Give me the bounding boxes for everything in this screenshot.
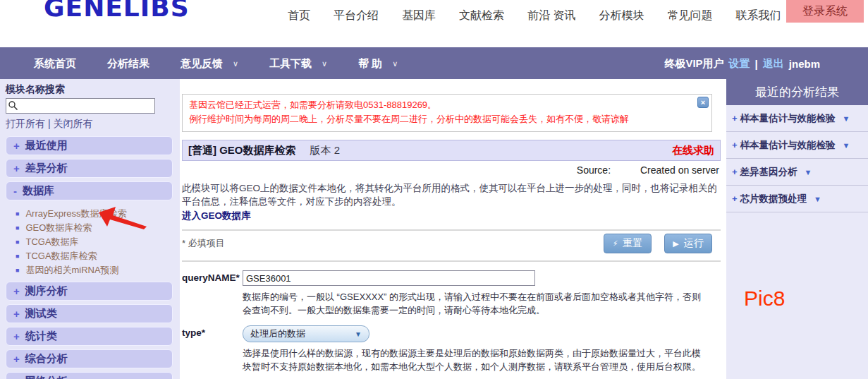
main-navbar: 系统首页 分析结果 意见反馈 ∨ 工具下载 ∨ 帮 助 ∨ 终极VIP用户 设置… xyxy=(0,47,868,79)
queryname-label: queryNAME* xyxy=(182,270,243,317)
source-value: Created on server xyxy=(640,164,719,176)
run-button[interactable]: ▶ 运行 xyxy=(664,234,712,253)
submenu-geo-search[interactable]: ■ GEO数据库检索 xyxy=(16,221,174,235)
main-content: 基因云馆已经正式运营，如需要分析请致电0531-88819269。 例行维护时间… xyxy=(182,79,721,379)
chevron-down-icon: ∨ xyxy=(322,59,327,68)
submenu-mirna-prediction[interactable]: ■ 基因的相关miRNA预测 xyxy=(16,263,174,277)
type-field-row: type* 处理后的数据 ▼ 选择是使用什么样的数据源，现有的数据源主要是处理后… xyxy=(182,325,721,373)
nav-faq[interactable]: 常见问题 xyxy=(667,8,712,23)
online-help-link[interactable]: 在线求助 xyxy=(672,144,714,157)
open-all-link[interactable]: 打开所有 xyxy=(6,118,45,129)
plus-icon: + xyxy=(732,193,738,204)
plus-icon: + xyxy=(732,113,738,124)
sidebar-section-comprehensive[interactable]: + 综合分析 xyxy=(6,349,173,368)
type-label: type* xyxy=(182,325,243,373)
recent-results-panel: 最近的分析结果 + 样本量估计与效能检验 ▼ + 样本量估计与效能检验 ▼ + … xyxy=(726,79,868,379)
minus-icon: - xyxy=(13,185,17,197)
navbar-item-feedback[interactable]: 意见反馈 ∨ xyxy=(181,57,238,71)
result-item[interactable]: + 芯片数据预处理 ▼ xyxy=(726,186,868,212)
type-select[interactable]: 处理后的数据 ▼ xyxy=(243,325,369,342)
dropdown-arrow-icon: ▼ xyxy=(843,114,850,123)
source-label: Source: xyxy=(577,164,611,176)
queryname-input[interactable] xyxy=(243,270,535,286)
close-all-link[interactable]: 关闭所有 xyxy=(53,118,92,129)
user-type-label: 终极VIP用户 xyxy=(664,57,723,71)
sidebar-section-sequencing[interactable]: + 测序分析 xyxy=(6,282,173,301)
plus-icon: + xyxy=(13,375,20,379)
result-item[interactable]: + 差异基因分析 ▼ xyxy=(726,159,868,186)
notice-banner: 基因云馆已经正式运营，如需要分析请致电0531-88819269。 例行维护时间… xyxy=(182,94,712,132)
user-area: 终极VIP用户 设置 | 退出 jnebm xyxy=(664,57,820,71)
navbar-menu: 系统首页 分析结果 意见反馈 ∨ 工具下载 ∨ 帮 助 ∨ xyxy=(34,57,398,71)
site-nav: 首页 平台介绍 基因库 文献检索 前沿 资讯 分析模块 常见问题 联系我们 xyxy=(288,8,781,23)
result-item[interactable]: + 样本量估计与效能检验 ▼ xyxy=(726,132,868,159)
play-icon: ▶ xyxy=(673,239,678,248)
dropdown-arrow-icon: ▼ xyxy=(805,168,812,176)
type-help: 选择是使用什么样的数据源，现有的数据源主要是处理后的数据和原始数据两类，由于原始… xyxy=(243,347,708,373)
plus-icon: + xyxy=(13,162,20,174)
genelibs-logo: GENELIBS xyxy=(44,0,190,22)
sidebar-section-network[interactable]: + 网络分析 xyxy=(6,372,173,379)
action-buttons-top: ⚡ 重置 ▶ 运行 xyxy=(604,234,721,253)
plus-icon: + xyxy=(13,353,20,365)
navbar-item-tool-download[interactable]: 工具下载 ∨ xyxy=(269,57,327,71)
enter-geo-link[interactable]: 进入GEO数据库 xyxy=(182,210,721,222)
sidebar-section-recent[interactable]: + 最近使用 xyxy=(6,136,173,155)
search-icon xyxy=(8,100,18,111)
nav-platform-intro[interactable]: 平台介绍 xyxy=(334,8,379,23)
separator: | xyxy=(48,118,51,129)
submenu-tcga-database[interactable]: ■ TCGA数据库 xyxy=(16,235,174,249)
result-item[interactable]: + 样本量估计与效能检验 ▼ xyxy=(726,105,868,132)
required-note: * 必填项目 xyxy=(182,237,225,250)
logout-link[interactable]: 退出 xyxy=(763,57,784,71)
type-select-value: 处理后的数据 xyxy=(250,327,305,340)
nav-home[interactable]: 首页 xyxy=(288,8,310,23)
database-submenu: ■ ArrayExpress数据库检索 ■ GEO数据库检索 ■ TCGA数据库… xyxy=(6,204,174,282)
pic8-annotation: Pic8 xyxy=(744,287,868,311)
nav-gene-library[interactable]: 基因库 xyxy=(402,8,436,23)
bullet-icon: ■ xyxy=(16,267,19,274)
notice-line1: 基因云馆已经正式运营，如需要分析请致电0531-88819269。 xyxy=(189,98,695,112)
plus-icon: + xyxy=(732,167,738,177)
navbar-item-help[interactable]: 帮 助 ∨ xyxy=(358,57,398,71)
module-header: [普通] GEO数据库检索 版本 2 在线求助 xyxy=(182,140,721,161)
sidebar-section-differential[interactable]: + 差异分析 xyxy=(6,159,173,178)
module-search-wrap xyxy=(6,98,155,114)
module-sidebar: 模块名称搜索 打开所有 | 关闭所有 + 最近使用 + 差异分析 - 数据库 xyxy=(0,79,180,379)
bullet-icon: ■ xyxy=(16,253,19,260)
navbar-item-analysis-results[interactable]: 分析结果 xyxy=(107,57,149,71)
settings-link[interactable]: 设置 xyxy=(729,57,750,71)
module-version: 版本 2 xyxy=(310,144,341,157)
nav-analysis-modules[interactable]: 分析模块 xyxy=(599,8,644,23)
notice-line2: 例行维护时间为每周的周二晚上，分析尽量不要在周二进行，分析中的数据可能会丢失，如… xyxy=(189,112,695,126)
nav-literature-search[interactable]: 文献检索 xyxy=(459,8,504,23)
login-button[interactable]: 登录系统 xyxy=(786,0,864,23)
dropdown-arrow-icon: ▼ xyxy=(355,330,362,338)
nav-frontier-news[interactable]: 前沿 资讯 xyxy=(527,8,575,23)
close-icon[interactable]: × xyxy=(697,97,709,108)
sidebar-section-database[interactable]: - 数据库 xyxy=(6,181,173,200)
username: jnebm xyxy=(789,58,820,70)
sidebar-section-test[interactable]: + 测试类 xyxy=(6,304,173,323)
queryname-field-row: queryNAME* 数据库的编号，一般以 “GSEXXXX” 的形式出现，请输… xyxy=(182,270,721,317)
submenu-tcga-search[interactable]: ■ TCGA数据库检索 xyxy=(16,249,174,263)
navbar-item-system-home[interactable]: 系统首页 xyxy=(34,57,76,71)
chevron-down-icon: ∨ xyxy=(392,59,398,68)
chevron-down-icon: ∨ xyxy=(233,59,238,68)
submenu-arrayexpress-search[interactable]: ■ ArrayExpress数据库检索 xyxy=(16,207,174,221)
divider xyxy=(182,229,721,231)
plus-icon: + xyxy=(13,308,20,320)
site-header: GENELIBS 首页 平台介绍 基因库 文献检索 前沿 资讯 分析模块 常见问… xyxy=(0,0,868,47)
recent-results-title: 最近的分析结果 xyxy=(726,79,868,105)
dropdown-arrow-icon: ▼ xyxy=(814,195,821,203)
bullet-icon: ■ xyxy=(16,224,19,231)
sidebar-section-statistics[interactable]: + 统计类 xyxy=(6,327,173,346)
required-row: * 必填项目 ⚡ 重置 ▶ 运行 xyxy=(182,234,721,253)
nav-contact-us[interactable]: 联系我们 xyxy=(735,8,781,23)
bullet-icon: ■ xyxy=(16,210,19,217)
dropdown-arrow-icon: ▼ xyxy=(843,141,850,150)
module-search-input[interactable] xyxy=(6,98,155,114)
plus-icon: + xyxy=(732,140,738,150)
reset-button[interactable]: ⚡ 重置 xyxy=(604,234,652,253)
plus-icon: + xyxy=(13,330,20,342)
